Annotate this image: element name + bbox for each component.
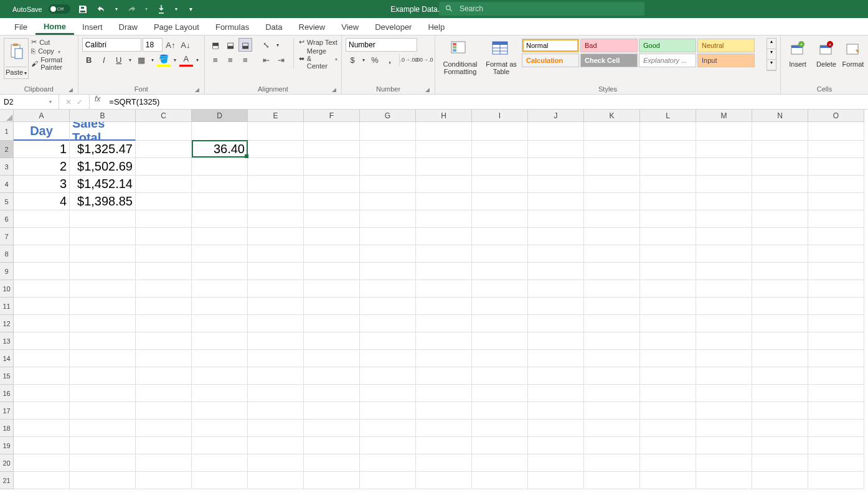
cell-N4[interactable] bbox=[752, 176, 808, 193]
cell-N2[interactable] bbox=[752, 141, 808, 158]
row-header-1[interactable]: 1 bbox=[0, 122, 14, 141]
cell-D16[interactable] bbox=[192, 385, 248, 402]
cell-O21[interactable] bbox=[808, 472, 864, 489]
align-bottom-icon[interactable]: ⬓ bbox=[238, 38, 252, 52]
style-check-cell[interactable]: Check Cell bbox=[580, 54, 638, 67]
cell-D8[interactable] bbox=[192, 245, 248, 263]
cell-G3[interactable] bbox=[360, 158, 416, 176]
orientation-icon[interactable]: ⤡ bbox=[260, 38, 273, 52]
cell-M5[interactable] bbox=[696, 193, 752, 210]
cell-L16[interactable] bbox=[640, 385, 696, 402]
cell-J17[interactable] bbox=[528, 402, 584, 420]
column-header-O[interactable]: O bbox=[808, 110, 864, 122]
cell-H2[interactable] bbox=[416, 141, 472, 158]
cell-M14[interactable] bbox=[696, 350, 752, 367]
row-header-19[interactable]: 19 bbox=[0, 437, 14, 454]
font-launcher-icon[interactable]: ◢ bbox=[195, 87, 199, 93]
cell-J7[interactable] bbox=[528, 228, 584, 245]
tab-file[interactable]: File bbox=[6, 19, 35, 35]
cell-O17[interactable] bbox=[808, 402, 864, 420]
cell-D20[interactable] bbox=[192, 454, 248, 472]
paste-button[interactable]: Paste bbox=[4, 38, 29, 79]
bold-button[interactable]: B bbox=[82, 53, 96, 67]
cell-L11[interactable] bbox=[640, 298, 696, 315]
cell-A16[interactable] bbox=[14, 385, 70, 402]
cell-K7[interactable] bbox=[584, 228, 640, 245]
cell-A14[interactable] bbox=[14, 350, 70, 367]
cell-I20[interactable] bbox=[472, 454, 528, 472]
cell-C4[interactable] bbox=[136, 176, 192, 193]
cell-M1[interactable] bbox=[696, 122, 752, 141]
cell-D21[interactable] bbox=[192, 472, 248, 489]
percent-format-icon[interactable]: % bbox=[368, 53, 382, 67]
tab-formulas[interactable]: Formulas bbox=[207, 19, 257, 35]
cell-I14[interactable] bbox=[472, 350, 528, 367]
row-header-14[interactable]: 14 bbox=[0, 350, 14, 367]
cell-H16[interactable] bbox=[416, 385, 472, 402]
cell-D15[interactable] bbox=[192, 367, 248, 385]
cell-L8[interactable] bbox=[640, 245, 696, 263]
name-box[interactable]: ▾ bbox=[0, 95, 59, 109]
cells[interactable]: DaySales Total1$1,325.4736.402$1,502.693… bbox=[14, 122, 864, 489]
cell-M4[interactable] bbox=[696, 176, 752, 193]
cell-E14[interactable] bbox=[248, 350, 304, 367]
row-header-17[interactable]: 17 bbox=[0, 402, 14, 420]
cell-H9[interactable] bbox=[416, 263, 472, 280]
italic-button[interactable]: I bbox=[97, 53, 111, 67]
cell-M6[interactable] bbox=[696, 210, 752, 228]
cell-E4[interactable] bbox=[248, 176, 304, 193]
cell-K20[interactable] bbox=[584, 454, 640, 472]
cell-D14[interactable] bbox=[192, 350, 248, 367]
cell-H11[interactable] bbox=[416, 298, 472, 315]
name-box-dropdown-icon[interactable]: ▾ bbox=[47, 99, 54, 105]
cell-G10[interactable] bbox=[360, 280, 416, 298]
cell-J13[interactable] bbox=[528, 332, 584, 350]
cell-L17[interactable] bbox=[640, 402, 696, 420]
cell-H13[interactable] bbox=[416, 332, 472, 350]
redo-icon[interactable] bbox=[125, 3, 138, 16]
row-header-18[interactable]: 18 bbox=[0, 420, 14, 437]
cell-O6[interactable] bbox=[808, 210, 864, 228]
cell-O10[interactable] bbox=[808, 280, 864, 298]
tab-insert[interactable]: Insert bbox=[74, 19, 111, 35]
cell-F8[interactable] bbox=[304, 245, 360, 263]
cell-B11[interactable] bbox=[70, 298, 136, 315]
cell-D13[interactable] bbox=[192, 332, 248, 350]
style-input[interactable]: Input bbox=[697, 54, 755, 67]
row-header-7[interactable]: 7 bbox=[0, 228, 14, 245]
row-header-16[interactable]: 16 bbox=[0, 385, 14, 402]
cell-E17[interactable] bbox=[248, 402, 304, 420]
cell-K9[interactable] bbox=[584, 263, 640, 280]
cell-K8[interactable] bbox=[584, 245, 640, 263]
cell-K10[interactable] bbox=[584, 280, 640, 298]
fill-dropdown-icon[interactable]: ▾ bbox=[172, 53, 178, 67]
cell-C13[interactable] bbox=[136, 332, 192, 350]
cell-C8[interactable] bbox=[136, 245, 192, 263]
cell-B16[interactable] bbox=[70, 385, 136, 402]
undo-icon[interactable] bbox=[95, 3, 108, 16]
cell-F3[interactable] bbox=[304, 158, 360, 176]
cell-F9[interactable] bbox=[304, 263, 360, 280]
borders-button[interactable]: ▦ bbox=[134, 53, 148, 67]
cell-H1[interactable] bbox=[416, 122, 472, 141]
cell-D2[interactable]: 36.40 bbox=[192, 141, 248, 158]
column-header-J[interactable]: J bbox=[528, 110, 584, 122]
cell-N11[interactable] bbox=[752, 298, 808, 315]
cell-G2[interactable] bbox=[360, 141, 416, 158]
cell-C3[interactable] bbox=[136, 158, 192, 176]
cell-A11[interactable] bbox=[14, 298, 70, 315]
cell-M11[interactable] bbox=[696, 298, 752, 315]
cell-J20[interactable] bbox=[528, 454, 584, 472]
cell-E6[interactable] bbox=[248, 210, 304, 228]
column-header-L[interactable]: L bbox=[640, 110, 696, 122]
cell-B1[interactable]: Sales Total bbox=[70, 122, 136, 141]
format-as-table-button[interactable]: Format as Table bbox=[484, 38, 519, 77]
tab-view[interactable]: View bbox=[333, 19, 367, 35]
cell-H19[interactable] bbox=[416, 437, 472, 454]
cell-M13[interactable] bbox=[696, 332, 752, 350]
row-header-12[interactable]: 12 bbox=[0, 315, 14, 332]
cell-G4[interactable] bbox=[360, 176, 416, 193]
cell-B12[interactable] bbox=[70, 315, 136, 332]
cell-N6[interactable] bbox=[752, 210, 808, 228]
decrease-indent-icon[interactable]: ⇤ bbox=[260, 53, 273, 67]
